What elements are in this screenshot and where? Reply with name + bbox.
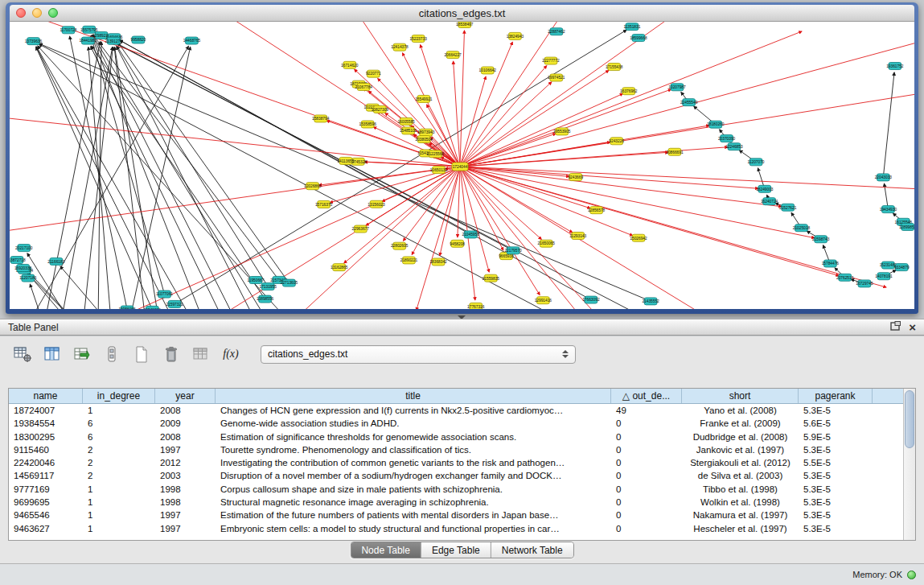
cell-short: Stergiakouli et al. (2012) (682, 456, 799, 469)
cell-name: 9465546 (9, 509, 83, 521)
cell-out_degree: 0 (611, 417, 682, 430)
svg-text:1724044: 1724044 (453, 165, 468, 169)
svg-text:11293143: 11293143 (569, 234, 586, 238)
close-button[interactable] (16, 8, 26, 18)
svg-text:10207987: 10207987 (668, 85, 686, 89)
svg-text:22887462: 22887462 (548, 30, 565, 34)
svg-text:18538497: 18538497 (456, 23, 474, 27)
svg-text:18249003: 18249003 (756, 187, 774, 192)
cell-pagerank: 5.3E-5 (799, 469, 873, 482)
svg-text:12026865: 12026865 (304, 184, 322, 188)
table-vertical-scrollbar[interactable] (903, 389, 915, 540)
table-row[interactable]: 969969511998Structural magnetic resonanc… (9, 496, 905, 509)
close-panel-icon[interactable]: × (909, 321, 916, 333)
column-header-pagerank[interactable]: pagerank (799, 389, 873, 403)
cell-name: 19384554 (9, 417, 83, 430)
svg-text:11207186: 11207186 (19, 276, 36, 280)
tab-node-table[interactable]: Node Table (351, 542, 421, 558)
cell-in_degree: 1 (83, 496, 155, 509)
float-panel-icon[interactable] (890, 321, 901, 333)
network-window-titlebar[interactable]: citations_edges.txt (10, 5, 914, 22)
svg-text:15223733: 15223733 (409, 37, 427, 41)
cell-pagerank: 5.3E-5 (799, 522, 873, 535)
svg-text:21391279: 21391279 (105, 39, 123, 43)
cell-short: Jankovic et al. (1997) (682, 443, 799, 456)
svg-text:22713605: 22713605 (281, 281, 298, 285)
cell-in_degree: 2 (83, 443, 155, 456)
svg-text:21435552: 21435552 (642, 299, 659, 303)
zoom-button[interactable] (48, 8, 58, 18)
new-document-icon[interactable] (130, 344, 153, 365)
memory-status-label: Memory: OK (852, 570, 902, 579)
tab-edge-table[interactable]: Edge Table (421, 542, 491, 558)
svg-text:16941231: 16941231 (144, 308, 162, 309)
cell-out_degree: 0 (611, 431, 682, 443)
table-row[interactable]: 946362711997Embryonic stem cells: a mode… (9, 522, 905, 535)
svg-text:12991416: 12991416 (535, 299, 552, 303)
cell-pagerank: 5.3E-5 (799, 443, 873, 456)
table-row[interactable]: 911546021997Tourette syndrome. Phenomeno… (9, 443, 905, 456)
show-columns-icon[interactable] (41, 344, 64, 365)
column-header-out_degree[interactable]: △ out_de... (611, 389, 682, 403)
svg-text:21527621: 21527621 (779, 206, 797, 210)
cell-short: Dudbridge et al. (2008) (682, 431, 799, 443)
svg-text:12414378: 12414378 (391, 45, 409, 49)
network-view[interactable]: 2066422718538497101066421382494319472629… (10, 22, 914, 309)
row-editor-icon[interactable] (101, 344, 123, 365)
table-selector-dropdown[interactable]: citations_edges.txt (261, 345, 576, 364)
column-header-name[interactable]: name (9, 389, 83, 403)
svg-text:9334879: 9334879 (894, 266, 910, 270)
table-row[interactable]: 2242004622012Investigating the contribut… (9, 456, 905, 469)
table-row[interactable]: 1872400712008Changes of HCN gene express… (9, 404, 905, 417)
svg-text:15549921: 15549921 (415, 97, 433, 101)
fx-label: f(x) (223, 348, 238, 360)
cell-pagerank: 5.5E-5 (799, 456, 873, 469)
network-window: citations_edges.txt 20664227185384971010… (6, 2, 918, 314)
merge-table-icon[interactable] (190, 344, 212, 365)
cell-year: 1997 (155, 443, 216, 456)
column-header-title[interactable]: title (216, 389, 611, 403)
svg-text:21166183: 21166183 (47, 260, 64, 264)
svg-text:9665938: 9665938 (499, 254, 514, 258)
function-builder-icon[interactable]: f(x) (220, 344, 242, 365)
cell-title: Changes of HCN gene expression and I(f) … (216, 404, 611, 417)
window-title: citations_edges.txt (10, 5, 914, 22)
table-row[interactable]: 1938455462009Genome-wide association stu… (9, 417, 905, 430)
svg-text:21890221: 21890221 (400, 258, 418, 262)
svg-text:12899853: 12899853 (899, 225, 914, 229)
citation-network-graph[interactable]: 2066422718538497101066421382494319472629… (10, 22, 914, 309)
cell-out_degree: 0 (611, 443, 682, 456)
tab-network-table[interactable]: Network Table (491, 542, 573, 558)
svg-text:12856578: 12856578 (588, 208, 606, 212)
column-header-in_degree[interactable]: in_degree (83, 389, 155, 403)
svg-text:12246853: 12246853 (725, 145, 743, 149)
table-settings-icon[interactable] (11, 344, 34, 365)
cell-title: Corpus callosum shape and size in male p… (216, 483, 611, 496)
svg-text:11207070: 11207070 (748, 160, 765, 164)
minimize-button[interactable] (32, 8, 42, 18)
cell-title: Structural magnetic resonance image aver… (216, 496, 611, 509)
cell-short: Franke et al. (2009) (682, 417, 799, 430)
table-header-row: namein_degreeyeartitle△ out_de...shortpa… (9, 389, 905, 404)
table-row[interactable]: 1456911722003Disruption of a novel membe… (9, 469, 905, 482)
svg-text:13162865: 13162865 (331, 266, 348, 270)
import-table-icon[interactable] (71, 344, 93, 365)
delete-table-icon[interactable] (160, 344, 183, 365)
svg-text:16240724: 16240724 (761, 200, 778, 204)
cell-name: 14569117 (9, 469, 83, 482)
cell-short: de Silva et al. (2003) (682, 469, 799, 482)
svg-text:20664227: 20664227 (444, 53, 462, 57)
table-row[interactable]: 977716911998Corpus callosum shape and si… (9, 483, 905, 496)
table-row[interactable]: 946554611997Estimation of the future num… (9, 509, 905, 521)
svg-text:22802605: 22802605 (391, 244, 409, 248)
cell-pagerank: 5.3E-5 (799, 483, 873, 496)
scrollbar-thumb[interactable] (905, 390, 914, 448)
cell-out_degree: 0 (611, 522, 682, 535)
column-header-short[interactable]: short (682, 389, 799, 403)
svg-text:21597321: 21597321 (166, 303, 183, 307)
table-row[interactable]: 1830029562008Estimation of significance … (9, 431, 905, 443)
column-header-year[interactable]: year (155, 389, 216, 403)
cell-title: Estimation of the future numbers of pati… (216, 509, 611, 521)
svg-text:11950667: 11950667 (247, 278, 264, 282)
svg-text:9220771: 9220771 (366, 72, 381, 76)
